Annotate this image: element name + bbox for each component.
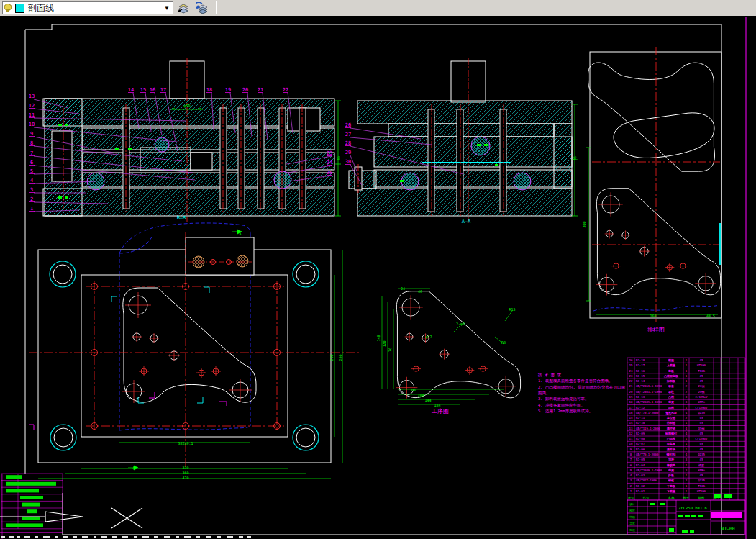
table-cell: Q235	[698, 479, 705, 482]
table-cell: GB/T70.1-2000	[636, 453, 659, 456]
table-cell: 13	[629, 427, 633, 430]
callout-number: 14	[128, 87, 134, 93]
table-cell: 导柱	[668, 390, 674, 394]
title-block: ZFC250 b=1.6 NJ-00 设计校对审核工艺批准	[627, 494, 745, 535]
table-header: 数量	[683, 496, 689, 499]
table-cell: 10	[629, 442, 633, 445]
table-cell: 1	[686, 448, 688, 451]
table-cell: 65Mn	[698, 468, 705, 472]
table-header: 名称	[668, 496, 675, 499]
dim-text: 45	[336, 156, 340, 160]
table-cell: 18	[629, 400, 633, 404]
table-cell: NJ-06	[636, 448, 645, 451]
table-cell: 5	[630, 468, 632, 472]
table-cell: 20钢	[698, 384, 705, 388]
table-cell: 35钢	[698, 427, 705, 430]
dim-text: 144	[424, 398, 431, 402]
layer-previous-button[interactable]	[193, 0, 211, 16]
dim-text: 382±0.1	[178, 441, 193, 445]
sheet-frame	[0, 17, 746, 539]
table-cell: 卸料螺钉	[665, 432, 678, 436]
table-cell: 固定板	[667, 442, 675, 445]
callout-number: 21	[258, 87, 263, 93]
table-cell: HT200	[697, 489, 706, 493]
table-cell: 45	[700, 374, 703, 378]
dim-text: 24	[401, 286, 405, 291]
table-cell: 23	[629, 374, 633, 378]
callout-number: 2	[30, 196, 33, 202]
layer-on-icon	[3, 3, 13, 13]
table-cell: 1	[686, 369, 688, 373]
table-cell: NJ-13	[636, 395, 645, 399]
callout-number: 12	[29, 103, 35, 109]
table-cell: NJ-14	[636, 379, 645, 383]
table-cell: 垫板	[668, 369, 674, 373]
table-cell: 铆钉	[668, 479, 675, 483]
table-cell: 4	[686, 427, 688, 430]
table-cell: 螺钉M10	[665, 411, 677, 415]
table-cell: 2	[686, 390, 688, 394]
table-cell: NJ-07	[636, 442, 645, 445]
layer-combo[interactable]: 剖面线 ▼	[2, 1, 173, 14]
table-cell: 1	[686, 437, 688, 440]
plan-view	[29, 223, 360, 479]
note-line: 1. 装配模具前检查各零件是否符合图纸。	[538, 379, 612, 384]
table-cell: 定位销	[666, 416, 675, 420]
callout-number: 24	[327, 160, 332, 166]
make-object-layer-current-button[interactable]	[175, 0, 192, 16]
table-cell: 45	[700, 442, 703, 445]
dim-text: A	[239, 232, 241, 236]
callout-number: 5	[30, 168, 33, 174]
table-cell: 20	[629, 390, 633, 394]
table-cell: 4	[686, 411, 688, 415]
table-cell: 7	[630, 458, 632, 461]
table-cell: 凸凹模	[667, 437, 676, 440]
callout-number: 23	[327, 150, 332, 156]
toolbar-separator	[214, 1, 217, 14]
table-cell: Q235	[698, 453, 705, 456]
dim-text: 240	[329, 354, 334, 361]
table-cell: 1	[686, 442, 688, 445]
combo-dropdown-arrow[interactable]: ▼	[161, 5, 173, 12]
table-cell: 21	[629, 384, 633, 388]
table-cell: 托板	[668, 474, 674, 478]
cad-canvas[interactable]: 26NJ-18模柄14525NJ-17上模座1HT20024NJ-16垫板1T1…	[0, 16, 756, 539]
sign-label: 设计	[629, 502, 635, 506]
table-cell: 65Mn	[698, 400, 705, 404]
dim-text: φ12	[425, 335, 432, 340]
stub-cell-text	[6, 523, 43, 527]
table-cell: NJ-11	[636, 416, 645, 420]
callout-number: 20	[242, 87, 248, 93]
table-cell: 15	[629, 416, 633, 420]
table-cell: 45	[700, 474, 703, 477]
table-cell: NJ-04	[636, 463, 645, 467]
process-view-label: 工序图	[432, 408, 449, 415]
table-cell: NJ-18	[636, 358, 645, 362]
table-cell: 2	[686, 416, 688, 420]
table-cell: 橡胶垫	[666, 463, 675, 468]
stub-cell-text	[22, 503, 40, 507]
table-cell: NJ-03	[636, 474, 645, 477]
table-cell: 25	[629, 363, 633, 367]
dim-text: R15	[509, 307, 515, 312]
table-cell: GB/T2089.1-1990	[636, 468, 662, 472]
strip-layout-view	[586, 47, 721, 322]
table-cell: 16	[629, 411, 633, 415]
table-cell: 挡料销	[666, 421, 675, 425]
callout-number: 7	[30, 150, 33, 156]
table-cell: 26	[629, 358, 633, 362]
dim-text: R8	[501, 340, 506, 345]
table-cell: 推件块	[666, 448, 675, 451]
note-line: 围内。	[538, 391, 550, 396]
callout-number: 19	[225, 87, 231, 93]
table-cell: 4	[686, 453, 688, 456]
table-cell: 橡胶	[698, 463, 704, 467]
table-cell: 24	[629, 369, 633, 373]
table-cell: 1	[686, 374, 688, 378]
layer-name-label: 剖面线	[28, 2, 161, 14]
table-cell: 11	[629, 437, 633, 440]
callout-number: 29	[345, 150, 351, 155]
note-line: 3. 卸料装置运动灵活可靠。	[538, 397, 588, 402]
title-block-bar	[711, 512, 742, 518]
note-line: 2. 凸凹模间隙均匀, 保证间隙均匀分布在刃口周	[538, 385, 625, 390]
